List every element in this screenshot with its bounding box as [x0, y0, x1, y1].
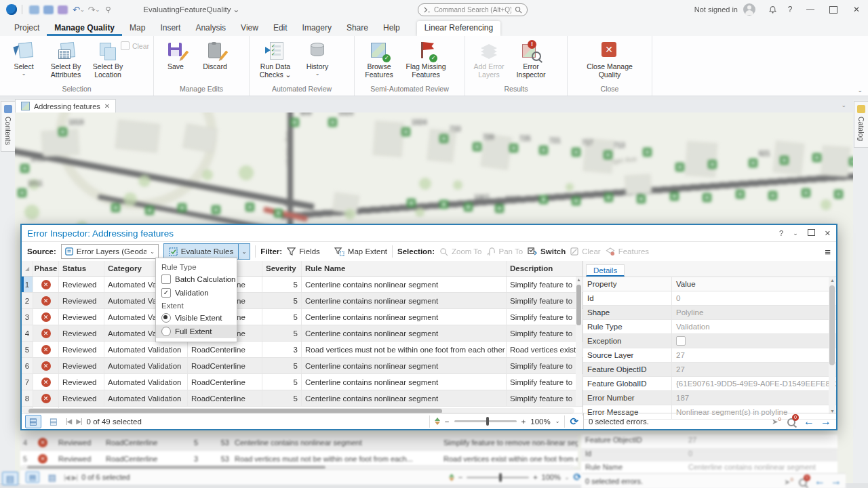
history-button[interactable]: History⌄ [300, 39, 335, 76]
customize-toolbar-icon[interactable]: ⚲ [105, 5, 111, 14]
last-record-icon[interactable]: ▶| [76, 418, 81, 425]
details-row[interactable]: Feature ObjectID27 [583, 363, 836, 377]
rule-type-option[interactable]: Batch Calculation [156, 272, 237, 286]
list-view-button[interactable]: ▤ [46, 415, 61, 428]
select-by-attributes-button[interactable]: Select By Attributes [46, 39, 85, 79]
details-row[interactable]: ShapePolyline [583, 306, 836, 320]
collapse-ribbon-icon[interactable]: ⌄ [857, 87, 863, 94]
next-error-icon[interactable]: → [821, 416, 831, 427]
project-name[interactable]: EvaluatingFeatureQuality ⌄ [143, 5, 239, 14]
zoom-out-icon[interactable]: − [445, 418, 450, 426]
restore-button[interactable] [822, 0, 845, 19]
panel-chevron-icon[interactable]: ⌄ [793, 230, 798, 237]
evaluate-rules-dropdown-arrow[interactable]: ⌄ [238, 244, 250, 259]
zoom-in-icon[interactable]: + [521, 418, 526, 426]
details-row[interactable]: Rule TypeValidation [583, 320, 836, 334]
sort-icon[interactable] [435, 418, 440, 425]
error-row[interactable]: 3✕ReviewedAutomated ValidationRoadCenter… [22, 309, 583, 325]
previous-error-icon[interactable]: ← [804, 416, 814, 427]
account-avatar[interactable] [743, 3, 755, 16]
redo-icon[interactable]: ↷ [88, 5, 96, 15]
filter-fields-button[interactable]: Fields [287, 247, 320, 256]
tab-manage-quality[interactable]: Manage Quality [47, 21, 122, 36]
tab-analysis[interactable]: Analysis [188, 21, 233, 36]
save-project-icon[interactable] [43, 5, 54, 14]
flag-missing-features-button[interactable]: ✓ Flag Missing Features [402, 39, 450, 79]
source-dropdown[interactable]: Error Layers (Geodat ⌄ [61, 244, 159, 259]
column-phase[interactable]: Phase [33, 261, 59, 276]
details-vscroll-thumb[interactable] [829, 285, 835, 365]
details-vscrollbar[interactable]: ▲ ▼ [829, 277, 835, 414]
minimize-button[interactable]: — [799, 0, 822, 19]
zoom-chevron-icon[interactable]: ⌄ [555, 418, 560, 424]
extent-option[interactable]: Full Extent [156, 325, 237, 338]
discard-edits-button[interactable]: Discard [196, 39, 234, 70]
map-view-tab[interactable]: Addressing features ✕ [15, 99, 116, 113]
error-row[interactable]: 6✕ReviewedAutomated ValidationRoadCenter… [22, 358, 583, 374]
details-row[interactable]: Error Number187 [583, 391, 836, 405]
close-manage-quality-button[interactable]: ✕ Close Manage Quality [583, 39, 636, 79]
zoom-level[interactable]: 100% [530, 418, 550, 426]
error-row[interactable]: 4✕ReviewedAutomated ValidationRoadCenter… [22, 325, 583, 342]
tab-imagery[interactable]: Imagery [295, 21, 339, 36]
attribute-view-button[interactable]: ▤ [25, 415, 41, 428]
command-search-input[interactable]: Command Search (Alt+Q) [418, 3, 528, 16]
details-row[interactable]: Source Layer27 [583, 348, 836, 363]
panel-maximize-icon[interactable] [808, 229, 815, 237]
tab-edit[interactable]: Edit [266, 21, 295, 36]
tab-share[interactable]: Share [339, 21, 376, 36]
column-status[interactable]: Status [59, 261, 104, 276]
details-row[interactable]: Feature GlobalID{61E90761-9DD5-49E9-A0FE… [583, 377, 836, 391]
error-row[interactable]: 5✕ReviewedAutomated ValidationRoadCenter… [22, 342, 583, 358]
panel-help-icon[interactable]: ? [779, 229, 783, 237]
save-edits-button[interactable]: Save [158, 39, 193, 70]
run-data-checks-button[interactable]: ✓✓✓ Run Data Checks ⌄ [254, 39, 297, 79]
tab-insert[interactable]: Insert [153, 21, 188, 36]
tab-linear-referencing[interactable]: Linear Referencing [417, 21, 500, 36]
error-row[interactable]: 8✕ReviewedAutomated ValidationRoadCenter… [22, 390, 583, 407]
column-rule-name[interactable]: Rule Name [302, 261, 507, 276]
tab-view[interactable]: View [233, 21, 266, 36]
extent-option[interactable]: Visible Extent [156, 311, 237, 325]
exception-checkbox[interactable] [676, 336, 686, 346]
details-row[interactable]: Exception [583, 334, 836, 348]
zoom-slider[interactable] [454, 420, 517, 422]
package-icon[interactable] [58, 5, 68, 14]
refresh-icon[interactable]: ⟳ [570, 415, 578, 428]
close-button[interactable]: ✕ [845, 0, 868, 19]
table-vscrollbar[interactable]: ▲ [576, 277, 582, 406]
select-button[interactable]: Select⌄ [4, 39, 43, 76]
vscroll-thumb[interactable] [576, 285, 581, 325]
close-tab-icon[interactable]: ✕ [104, 102, 110, 110]
details-row[interactable]: Id0 [583, 291, 836, 306]
tab-map[interactable]: Map [122, 21, 153, 36]
tab-help[interactable]: Help [376, 21, 408, 36]
filter-map-extent-button[interactable]: Map Extent [334, 247, 387, 256]
help-icon[interactable]: ? [781, 0, 799, 19]
sign-in-status[interactable]: Not signed in [694, 5, 738, 14]
tab-list-chevron-icon[interactable]: ⌄ [841, 102, 846, 108]
rule-type-option[interactable]: ✓Validation [156, 286, 237, 300]
first-record-icon[interactable]: |◀ [66, 418, 71, 425]
error-zoom-icon[interactable]: 0 [787, 416, 797, 426]
tab-project[interactable]: Project [7, 21, 47, 36]
app-icon[interactable] [6, 4, 17, 15]
panel-menu-icon[interactable]: ≡ [825, 246, 831, 258]
notifications-bell-icon[interactable] [764, 0, 781, 19]
error-row[interactable]: 2✕ReviewedAutomated ValidationRoadCenter… [22, 293, 583, 309]
open-project-icon[interactable] [29, 5, 39, 14]
switch-selection-button[interactable]: Switch [528, 247, 566, 256]
column-description[interactable]: Description [507, 261, 583, 276]
error-inspector-button[interactable]: ! Error Inspector [511, 39, 551, 79]
catalog-pane-tab[interactable]: Catalog [854, 101, 868, 148]
tab-details[interactable]: Details [586, 264, 625, 277]
undo-icon[interactable]: ↶ [73, 5, 80, 15]
column-severity[interactable]: Severity [262, 261, 302, 276]
error-row[interactable]: 7✕ReviewedAutomated ValidationRoadCenter… [22, 374, 583, 390]
clear-selection-button[interactable]: Clear [121, 41, 149, 50]
panel-close-icon[interactable]: ✕ [825, 229, 831, 238]
zoom-slider-handle[interactable] [486, 417, 489, 426]
contents-pane-tab[interactable]: Contents [1, 101, 16, 152]
browse-features-button[interactable]: ✓ Browse Features [359, 39, 399, 79]
error-row[interactable]: 1✕ReviewedAutomated ValidationRoadCenter… [22, 277, 583, 293]
